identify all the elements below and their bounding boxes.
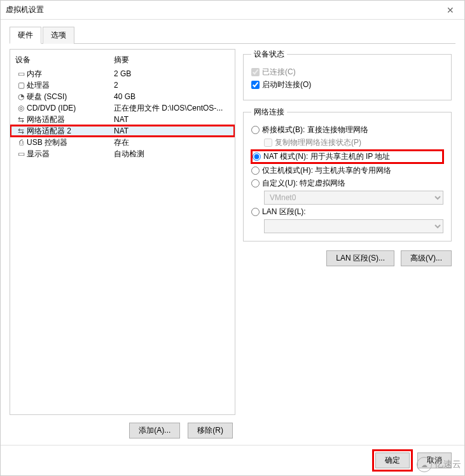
device-summary: 40 GB	[114, 92, 230, 101]
connected-checkbox-row[interactable]: 已连接(C)	[251, 67, 443, 78]
device-name: 内存	[27, 69, 114, 79]
vmnet-select-wrap: VMnet0	[264, 191, 443, 205]
device-summary: 存在	[114, 137, 230, 148]
custom-radio[interactable]	[251, 179, 260, 187]
lan-segments-button[interactable]: LAN 区段(S)...	[326, 250, 394, 266]
ok-button[interactable]: 确定	[375, 452, 410, 468]
device-list: 设备 摘要 ▭内存2 GB▢处理器2◔硬盘 (SCSI)40 GB◎CD/DVD…	[10, 49, 235, 415]
tab-hardware[interactable]: 硬件	[10, 27, 41, 44]
device-summary: 自动检测	[114, 149, 230, 160]
window-title: 虚拟机设置	[6, 4, 44, 15]
lan-segment-radio-row[interactable]: LAN 区段(L):	[251, 207, 443, 217]
remove-button[interactable]: 移除(R)	[188, 423, 233, 439]
lan-segment-radio[interactable]	[251, 208, 260, 216]
device-status-group: 设备状态 已连接(C) 启动时连接(O)	[243, 49, 452, 100]
device-row[interactable]: ▢处理器2	[10, 79, 235, 91]
connect-poweron-checkbox[interactable]	[251, 81, 260, 89]
device-row[interactable]: ⇆网络适配器NAT	[10, 114, 235, 125]
network-connection-group: 网络连接 桥接模式(B): 直接连接物理网络 复制物理网络连接状态(P) NAT…	[243, 107, 452, 241]
custom-label: 自定义(U): 特定虚拟网络	[262, 178, 345, 189]
footer: 确定 取消	[1, 445, 464, 475]
nat-radio-row[interactable]: NAT 模式(N): 用于共享主机的 IP 地址	[251, 150, 443, 163]
device-name: USB 控制器	[27, 137, 114, 148]
add-button[interactable]: 添加(A)...	[129, 423, 180, 439]
bridged-radio[interactable]	[251, 126, 260, 134]
vm-settings-window: 虚拟机设置 ✕ 硬件 选项 设备 摘要 ▭内存2 GB▢处理器2◔硬盘 (SCS…	[0, 0, 465, 476]
connect-poweron-row[interactable]: 启动时连接(O)	[251, 79, 443, 90]
left-panel: 设备 摘要 ▭内存2 GB▢处理器2◔硬盘 (SCSI)40 GB◎CD/DVD…	[10, 49, 235, 441]
titlebar: 虚拟机设置 ✕	[1, 1, 464, 20]
device-name: 网络适配器 2	[27, 126, 114, 137]
device-row[interactable]: ⎙USB 控制器存在	[10, 137, 235, 148]
close-icon[interactable]: ✕	[441, 4, 459, 17]
device-name: 硬盘 (SCSI)	[27, 92, 114, 102]
connected-label: 已连接(C)	[262, 67, 296, 78]
right-panel: 设备状态 已连接(C) 启动时连接(O) 网络连接 桥接模式(B): 直接连接物	[243, 49, 455, 441]
main-panels: 设备 摘要 ▭内存2 GB▢处理器2◔硬盘 (SCSI)40 GB◎CD/DVD…	[10, 44, 455, 441]
lan-segment-select-wrap	[264, 219, 443, 233]
col-summary-header: 摘要	[114, 55, 230, 65]
custom-radio-row[interactable]: 自定义(U): 特定虚拟网络	[251, 178, 443, 189]
device-icon: ▭	[15, 69, 27, 78]
device-summary: 2 GB	[114, 69, 230, 78]
device-summary: 正在使用文件 D:\IOS\CentOS-...	[114, 103, 230, 114]
device-icon: ◔	[15, 92, 27, 101]
cancel-button[interactable]: 取消	[417, 452, 452, 468]
device-name: 处理器	[27, 80, 114, 91]
replicate-label: 复制物理网络连接状态(P)	[275, 137, 361, 148]
tab-options[interactable]: 选项	[43, 27, 74, 44]
device-row[interactable]: ⇆网络适配器 2NAT	[10, 125, 235, 137]
device-name: CD/DVD (IDE)	[27, 104, 114, 112]
hostonly-label: 仅主机模式(H): 与主机共享的专用网络	[262, 165, 391, 176]
device-row[interactable]: ◔硬盘 (SCSI)40 GB	[10, 91, 235, 102]
connected-checkbox	[251, 68, 260, 76]
replicate-checkbox	[264, 139, 272, 147]
device-status-legend: 设备状态	[251, 49, 287, 60]
device-icon: ⎙	[15, 138, 27, 147]
hostonly-radio[interactable]	[251, 167, 260, 175]
tab-bar: 硬件 选项	[10, 26, 455, 44]
device-row[interactable]: ◎CD/DVD (IDE)正在使用文件 D:\IOS\CentOS-...	[10, 102, 235, 114]
device-icon: ⇆	[15, 115, 27, 124]
connect-poweron-label: 启动时连接(O)	[262, 79, 311, 90]
left-buttons: 添加(A)... 移除(R)	[10, 415, 235, 441]
device-icon: ▭	[15, 149, 27, 158]
right-buttons: LAN 区段(S)... 高级(V)...	[243, 250, 452, 266]
nat-radio[interactable]	[253, 153, 261, 161]
vmnet-select: VMnet0	[264, 191, 443, 205]
device-summary: NAT	[114, 115, 230, 124]
advanced-button[interactable]: 高级(V)...	[401, 250, 452, 266]
device-summary: 2	[114, 81, 230, 90]
hostonly-radio-row[interactable]: 仅主机模式(H): 与主机共享的专用网络	[251, 165, 443, 176]
device-list-header: 设备 摘要	[10, 53, 235, 68]
device-summary: NAT	[114, 126, 230, 135]
device-row[interactable]: ▭显示器自动检测	[10, 148, 235, 160]
bridged-label: 桥接模式(B): 直接连接物理网络	[262, 125, 368, 135]
device-row[interactable]: ▭内存2 GB	[10, 68, 235, 79]
lan-segment-label: LAN 区段(L):	[262, 207, 306, 217]
replicate-row: 复制物理网络连接状态(P)	[264, 137, 443, 148]
content-area: 硬件 选项 设备 摘要 ▭内存2 GB▢处理器2◔硬盘 (SCSI)40 GB◎…	[1, 20, 464, 445]
nat-label: NAT 模式(N): 用于共享主机的 IP 地址	[263, 151, 390, 162]
device-name: 网络适配器	[27, 114, 114, 125]
network-legend: 网络连接	[251, 107, 287, 118]
lan-segment-select	[264, 219, 443, 233]
device-icon: ◎	[15, 104, 27, 112]
bridged-radio-row[interactable]: 桥接模式(B): 直接连接物理网络	[251, 125, 443, 135]
device-icon: ▢	[15, 81, 27, 90]
col-device-header: 设备	[15, 55, 114, 65]
device-name: 显示器	[27, 149, 114, 160]
device-icon: ⇆	[15, 126, 27, 135]
